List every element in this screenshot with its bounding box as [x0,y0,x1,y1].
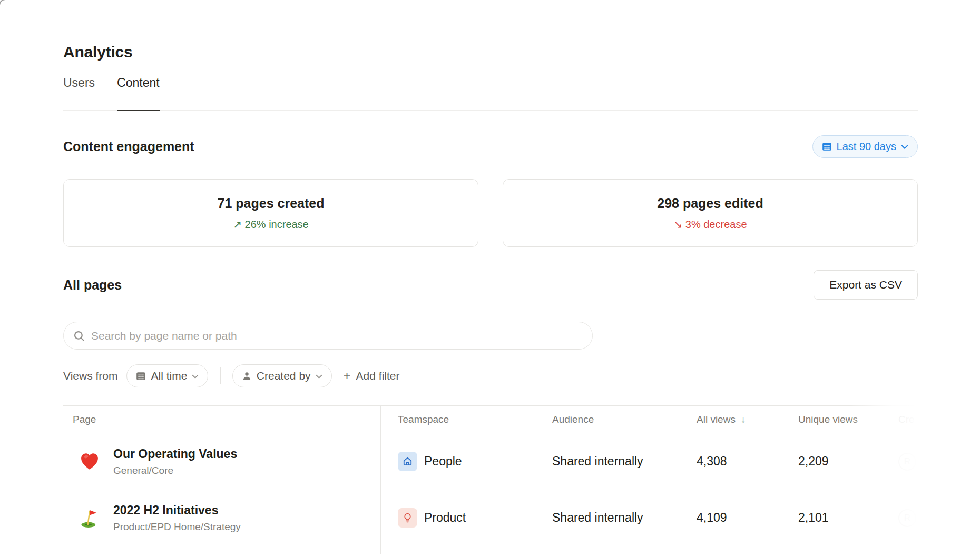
teamspace-name: Product [424,511,466,525]
time-filter-dropdown[interactable]: All time [126,364,208,387]
calendar-icon [822,142,832,152]
search-input[interactable] [91,330,583,342]
teamspace-cell[interactable]: People [380,433,552,490]
page-cell[interactable]: Our Operating Values General/Core [63,433,380,490]
page-text: Our Operating Values General/Core [113,447,237,476]
views-from-label: Views from [63,370,117,382]
chevron-down-icon [901,145,908,150]
page-title: Analytics [63,43,918,61]
teamspace-cell[interactable]: Product [380,490,552,546]
tab-users[interactable]: Users [63,76,95,110]
pages-edited-value: 298 pages edited [657,196,763,211]
golf-flag-emoji [79,508,100,529]
filter-divider [220,367,221,384]
person-icon [242,371,252,381]
creator-cell: R [898,490,918,546]
pages-created-value: 71 pages created [218,196,325,211]
unique-views-cell: 2,101 [798,490,898,546]
created-by-filter-label: Created by [257,370,311,382]
page-search[interactable] [63,322,593,350]
pages-edited-delta: ↘ 3% decrease [673,218,747,231]
page-cell[interactable]: 2022 H2 Initiatives Product/EPD Home/Str… [63,490,380,546]
column-header-page[interactable]: Page [63,406,380,433]
avatar: R [898,453,916,471]
column-header-all-views[interactable]: All views ↓ [697,406,798,433]
created-by-filter-dropdown[interactable]: Created by [232,364,332,387]
pages-edited-card: 298 pages edited ↘ 3% decrease [503,179,918,247]
column-header-created-truncated[interactable]: Cre [898,406,918,433]
content-area: Analytics Users Content Content engageme… [63,0,918,554]
add-filter-button[interactable]: + Add filter [344,369,400,383]
tab-content[interactable]: Content [117,76,160,110]
page-text: 2022 H2 Initiatives Product/EPD Home/Str… [113,503,241,533]
engagement-heading: Content engagement [63,139,194,154]
chevron-down-icon [316,374,322,379]
trend-down-arrow-icon: ↘ [673,218,682,230]
pages-created-delta: ↗ 26% increase [233,218,309,231]
page-title-text: 2022 H2 Initiatives [113,503,241,518]
table-header-row: Page Teamspace Audience All views ↓ Uniq… [63,405,918,433]
filter-bar: Views from All time Created by [63,364,918,387]
page-path-text: General/Core [113,465,237,476]
creator-cell: R [898,433,918,490]
plus-icon: + [344,369,351,383]
engagement-cards: 71 pages created ↗ 26% increase 298 page… [63,179,918,247]
window-corner [0,0,6,6]
chevron-down-icon [192,374,199,379]
calendar-icon [136,371,146,381]
sort-descending-icon[interactable]: ↓ [741,414,746,425]
all-views-label: All views [697,414,736,425]
column-header-teamspace[interactable]: Teamspace [380,406,552,433]
unique-views-cell: 2,209 [798,433,898,490]
house-icon [398,452,417,471]
export-csv-button[interactable]: Export as CSV [814,270,918,300]
trend-up-arrow-icon: ↗ [233,218,242,230]
analytics-page: Analytics Users Content Content engageme… [0,0,980,557]
page-title-text: Our Operating Values [113,447,237,461]
all-views-cell: 4,308 [697,433,798,490]
all-pages-heading: All pages [63,277,122,293]
date-range-dropdown[interactable]: Last 90 days [812,135,918,158]
delta-text: 3% decrease [685,218,747,230]
search-icon [73,330,85,342]
column-header-unique-views[interactable]: Unique views [798,406,898,433]
table-row[interactable]: 2022 H2 Initiatives Product/EPD Home/Str… [63,490,918,546]
lightbulb-icon [398,508,417,528]
time-filter-label: All time [151,370,187,382]
table-row[interactable]: Our Operating Values General/Core People… [63,433,918,490]
date-range-label: Last 90 days [837,141,896,153]
heart-emoji [79,451,100,472]
all-pages-header-row: All pages Export as CSV [63,270,918,300]
audience-cell: Shared internally [552,490,697,546]
avatar: R [898,509,916,527]
pages-table: Page Teamspace Audience All views ↓ Uniq… [63,405,918,554]
teamspace-name: People [424,454,462,469]
table-column-divider [380,405,381,554]
delta-text: 26% increase [245,218,309,230]
add-filter-label: Add filter [356,370,400,382]
audience-cell: Shared internally [552,433,697,490]
pages-created-card: 71 pages created ↗ 26% increase [63,179,478,247]
engagement-header-row: Content engagement Last 90 days [63,135,918,158]
tab-bar: Users Content [63,76,918,111]
all-views-cell: 4,109 [697,490,798,546]
column-header-audience[interactable]: Audience [552,406,697,433]
page-path-text: Product/EPD Home/Strategy [113,521,241,533]
